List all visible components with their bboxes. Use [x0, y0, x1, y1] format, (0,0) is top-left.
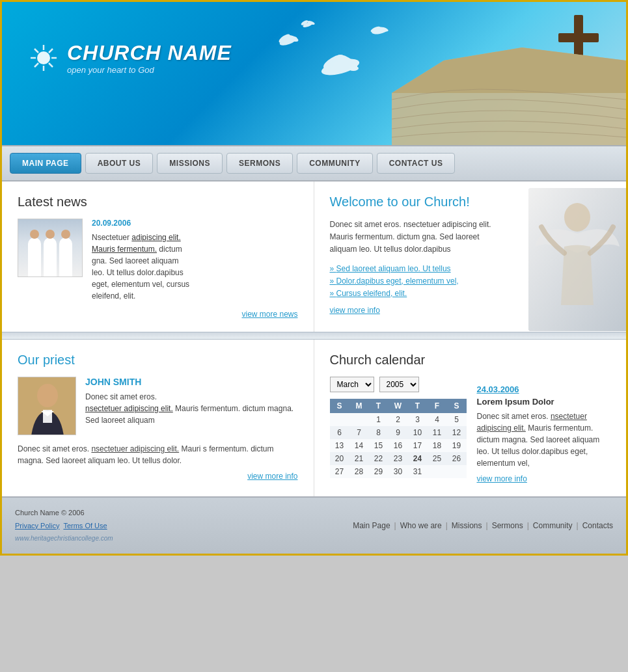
news-content: 20.09.2006 Nsectetuer adipiscing elit. M… [92, 219, 189, 302]
angel-illustration [528, 188, 626, 331]
nav-contact-us[interactable]: CONTACT US [377, 153, 456, 174]
cal-day[interactable]: 28 [349, 465, 369, 478]
calendar-table: S M T W T F S 1234567891011121314151 [330, 399, 467, 478]
cal-day[interactable]: 3 [408, 413, 428, 426]
footer-nav-contacts[interactable]: Contacts [582, 521, 613, 530]
calendar-body: 1234567891011121314151617181920212223242… [330, 413, 467, 478]
cal-day [428, 465, 447, 478]
footer-nav: Main Page | Who we are | Missions | Serm… [353, 521, 613, 530]
svg-point-0 [37, 51, 50, 64]
view-more-priest-link[interactable]: view more info [18, 472, 298, 481]
cal-hdr-s: S [330, 399, 349, 413]
cal-day[interactable]: 25 [428, 452, 447, 465]
cal-day[interactable]: 7 [349, 426, 369, 439]
site-tagline: open your heart to God [67, 65, 232, 75]
welcome-link-2[interactable]: Dolor.dapibus eget, elementum vel, [330, 276, 507, 286]
cal-day[interactable]: 5 [447, 413, 467, 426]
terms-link[interactable]: Terms Of Use [63, 522, 107, 530]
privacy-link[interactable]: Privacy Policy [15, 522, 59, 530]
cal-day[interactable]: 16 [389, 439, 408, 452]
nav-community[interactable]: COMMUNITY [297, 153, 373, 174]
priest-svg [18, 377, 76, 435]
news-thumbnail [18, 219, 83, 277]
cal-day[interactable]: 27 [330, 465, 349, 478]
cal-day[interactable]: 23 [389, 452, 408, 465]
nav-sermons[interactable]: SERMONS [226, 153, 293, 174]
year-select[interactable]: 2005 [379, 377, 419, 392]
svg-line-5 [34, 49, 38, 53]
cal-day[interactable]: 19 [447, 439, 467, 452]
cal-event-card: 24.03.2006 Lorem Ipsum Dolor Donec sit a… [477, 384, 611, 483]
footer: Church Name © 2006 Privacy Policy Terms … [2, 496, 626, 554]
footer-links: Privacy Policy Terms Of Use [15, 520, 113, 533]
cal-hdr-t1: T [369, 399, 389, 413]
cal-day[interactable]: 30 [389, 465, 408, 478]
cal-day[interactable]: 8 [369, 426, 389, 439]
news-item: 20.09.2006 Nsectetuer adipiscing elit. M… [18, 219, 298, 302]
news-body: Nsectetuer adipiscing elit. Mauris ferme… [92, 232, 189, 302]
figure-2 [44, 237, 57, 276]
calendar-week-4: 2728293031 [330, 465, 467, 478]
church-illustration [392, 8, 626, 145]
footer-nav-community[interactable]: Community [533, 521, 573, 530]
priest-name: JOHN SMITH [85, 377, 298, 387]
cal-day[interactable]: 2 [389, 413, 408, 426]
svg-point-12 [348, 66, 359, 71]
calendar-week-0: 12345 [330, 413, 467, 426]
welcome-link-3[interactable]: Cursus eleifend, elit. [330, 289, 507, 298]
cal-hdr-f: F [428, 399, 447, 413]
cal-day[interactable]: 18 [428, 439, 447, 452]
cal-day[interactable]: 20 [330, 452, 349, 465]
view-more-news-link[interactable]: view more news [18, 310, 298, 319]
nav-main-page[interactable]: MAIN PAGE [10, 153, 81, 174]
header-logo: CHURCH NAME open your heart to God [28, 41, 232, 75]
footer-sep-5: | [577, 521, 579, 530]
bottom-content: Our priest JOHN SMITH [2, 340, 626, 496]
calendar-event: 24.03.2006 Lorem Ipsum Dolor Donec sit a… [477, 377, 611, 483]
svg-rect-23 [558, 33, 599, 42]
view-more-calendar-link[interactable]: view more info [477, 474, 611, 483]
header: CHURCH NAME open your heart to God [2, 2, 626, 145]
cal-day[interactable]: 31 [408, 465, 428, 478]
cal-day[interactable]: 12 [447, 426, 467, 439]
cal-day[interactable]: 4 [428, 413, 447, 426]
month-select[interactable]: March [330, 377, 374, 392]
priest-info: JOHN SMITH Donec sit amet eros. nsectetu… [85, 377, 298, 435]
cal-day[interactable]: 10 [408, 426, 428, 439]
svg-line-7 [34, 63, 38, 67]
news-title: Latest news [18, 195, 298, 209]
page-wrapper: CHURCH NAME open your heart to God [0, 0, 628, 556]
cal-day[interactable]: 17 [408, 439, 428, 452]
cal-day[interactable]: 9 [389, 426, 408, 439]
cal-day[interactable]: 21 [349, 452, 369, 465]
footer-sep-1: | [394, 521, 396, 530]
cal-day [330, 413, 349, 426]
cal-day[interactable]: 22 [369, 452, 389, 465]
welcome-section: Welcome to our Church! Donec sit amet er… [314, 181, 627, 332]
footer-nav-sermons[interactable]: Sermons [492, 521, 523, 530]
cal-event-date[interactable]: 24.03.2006 [477, 384, 611, 394]
cal-day[interactable]: 15 [369, 439, 389, 452]
cal-day[interactable]: 6 [330, 426, 349, 439]
cal-day[interactable]: 1 [369, 413, 389, 426]
footer-nav-who[interactable]: Who we are [400, 521, 442, 530]
cal-day[interactable]: 14 [349, 439, 369, 452]
cal-day[interactable]: 11 [428, 426, 447, 439]
news-image [18, 219, 82, 276]
footer-nav-main[interactable]: Main Page [353, 521, 390, 530]
cal-day[interactable]: 29 [369, 465, 389, 478]
footer-sep-4: | [527, 521, 529, 530]
nav-missions[interactable]: MISSIONS [157, 153, 223, 174]
calendar-week-1: 6789101112 [330, 426, 467, 439]
figure-1 [28, 237, 41, 276]
cal-day[interactable]: 24 [408, 452, 428, 465]
cal-hdr-w: W [389, 399, 408, 413]
footer-nav-missions[interactable]: Missions [452, 521, 482, 530]
cal-day[interactable]: 13 [330, 439, 349, 452]
cal-day[interactable]: 26 [447, 452, 467, 465]
nav-about-us[interactable]: ABOUT US [85, 153, 154, 174]
welcome-link-1[interactable]: Sed laoreet aliquam leo. Ut tellus [330, 264, 507, 273]
calendar-widget: March 2005 S M T W [330, 377, 467, 483]
view-more-info-link[interactable]: view more info [330, 306, 507, 315]
cal-hdr-t2: T [408, 399, 428, 413]
